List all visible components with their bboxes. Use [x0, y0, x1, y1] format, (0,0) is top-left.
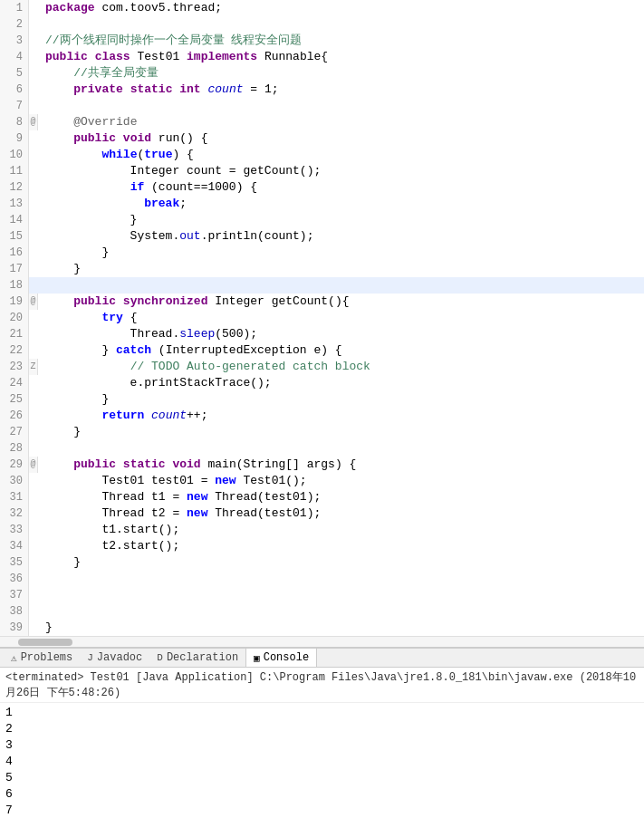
code-token: main(String[] args) { [201, 457, 357, 471]
code-line: 27 } [0, 424, 644, 440]
code-line: 1package com.toov5.thread; [0, 0, 644, 16]
code-token: } [45, 392, 109, 406]
code-token [88, 50, 95, 63]
tab-item-console[interactable]: ▣Console [245, 649, 317, 667]
code-token [45, 66, 73, 80]
code-token [45, 148, 101, 161]
line-content [38, 98, 53, 114]
code-token: .println(count); [201, 229, 314, 243]
scrollbar-area[interactable] [0, 636, 644, 647]
line-number: 19 [0, 294, 29, 310]
code-line: 18 [0, 277, 644, 294]
line-content: } [38, 261, 81, 277]
code-token: com.toov5.thread; [95, 1, 222, 14]
line-content: break; [38, 196, 187, 212]
code-line: 13 break; [0, 196, 644, 212]
declaration-tab-icon: D [157, 652, 163, 663]
declaration-tab-label: Declaration [167, 651, 238, 664]
code-line: 7 [0, 98, 644, 114]
code-token: run() { [151, 131, 207, 145]
problems-tab-icon: ⚠ [11, 652, 17, 664]
console-tab-icon: ▣ [254, 652, 260, 664]
line-number: 1 [0, 0, 29, 16]
scrollbar-thumb[interactable] [18, 639, 72, 646]
tab-item-javadoc[interactable]: JJavadoc [80, 649, 149, 667]
line-content: t2.start(); [38, 538, 179, 554]
code-token: ; [179, 197, 187, 210]
line-number: 3 [0, 33, 29, 49]
console-line: 6 [5, 786, 639, 803]
code-line: 14 } [0, 212, 644, 228]
line-number: 20 [0, 310, 29, 326]
line-content: } [38, 391, 109, 408]
code-token: int [179, 82, 200, 96]
line-number: 16 [0, 245, 29, 261]
line-number: 5 [0, 65, 29, 82]
code-token: Thread t1 = [45, 490, 187, 504]
code-line: 21 Thread.sleep(500); [0, 326, 644, 342]
line-number: 28 [0, 440, 29, 457]
code-token: Integer getCount(){ [207, 294, 349, 308]
code-line: 19@ public synchronized Integer getCount… [0, 294, 644, 310]
line-number: 24 [0, 375, 29, 391]
code-token: return [101, 409, 144, 422]
line-number: 22 [0, 342, 29, 359]
code-line: 32 Thread t2 = new Thread(test01); [0, 505, 644, 522]
line-number: 23 [0, 359, 29, 375]
code-token: public [73, 457, 116, 471]
code-token: static [130, 82, 173, 96]
console-area: <terminated> Test01 [Java Application] C… [0, 668, 644, 818]
code-token: while [101, 148, 137, 161]
code-token: synchronized [123, 294, 208, 308]
code-line: 11 Integer count = getCount(); [0, 163, 644, 179]
code-line: 12 if (count==1000) { [0, 179, 644, 196]
code-token: Thread t2 = [45, 506, 187, 520]
code-token: count [207, 82, 243, 96]
code-line: 10 while(true) { [0, 147, 644, 163]
code-line: 38 [0, 603, 644, 620]
line-number: 29 [0, 457, 29, 473]
line-content: try { [38, 310, 137, 326]
code-token [45, 82, 73, 96]
line-content: e.printStackTrace(); [38, 375, 272, 391]
code-line: 37 [0, 587, 644, 603]
code-token: out [179, 229, 200, 243]
console-tab-label: Console [264, 651, 309, 664]
code-line: 26 return count++; [0, 408, 644, 424]
code-token: new [187, 506, 207, 520]
line-number: 36 [0, 571, 29, 587]
line-content: package com.toov5.thread; [38, 0, 222, 16]
line-content: private static int count = 1; [38, 82, 279, 98]
tab-item-problems[interactable]: ⚠Problems [4, 649, 80, 667]
line-content: //共享全局变量 [38, 65, 159, 82]
code-token [116, 457, 123, 471]
line-content: if (count==1000) { [38, 179, 257, 196]
line-content: public static void main(String[] args) { [38, 457, 356, 473]
code-token: class [95, 50, 130, 63]
code-line: 23Z // TODO Auto-generated catch block [0, 359, 644, 375]
code-token: System. [45, 229, 179, 243]
code-line: 6 private static int count = 1; [0, 82, 644, 98]
line-number: 14 [0, 212, 29, 228]
line-number: 7 [0, 98, 29, 114]
line-number: 39 [0, 620, 29, 636]
line-content: } [38, 424, 81, 440]
code-token: } [45, 425, 81, 438]
code-line: 29@ public static void main(String[] arg… [0, 457, 644, 473]
code-line: 28 [0, 440, 644, 457]
line-number: 11 [0, 163, 29, 179]
line-content: Integer count = getCount(); [38, 163, 321, 179]
code-line: 20 try { [0, 310, 644, 326]
line-content [38, 277, 53, 294]
console-line: 4 [5, 754, 639, 770]
line-number: 17 [0, 261, 29, 277]
code-token: Test01 test01 = [45, 474, 215, 487]
code-token [123, 82, 130, 96]
console-line: 3 [5, 737, 639, 754]
code-line: 25 } [0, 391, 644, 408]
code-token: count = getCount(); [187, 164, 321, 178]
tab-item-declaration[interactable]: DDeclaration [149, 649, 245, 667]
console-line: 7 [5, 803, 639, 818]
code-token: public [73, 131, 116, 145]
code-token: Thread(test01); [207, 506, 321, 520]
